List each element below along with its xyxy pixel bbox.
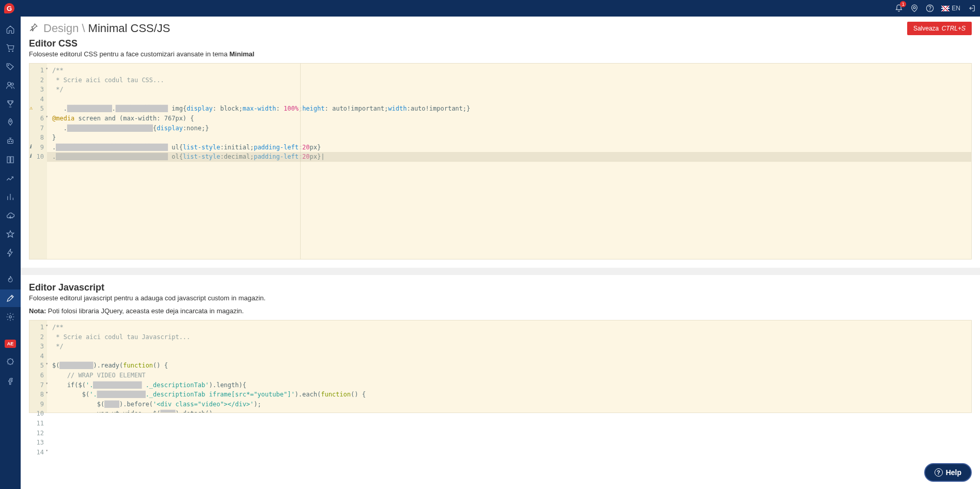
flag-uk-icon	[941, 6, 950, 11]
css-section: Editor CSS Foloseste editorul CSS pentru…	[21, 38, 980, 268]
logout-icon[interactable]	[968, 4, 976, 12]
svg-point-5	[8, 65, 9, 66]
nav-book[interactable]	[0, 151, 21, 169]
css-code[interactable]: /** * Scrie aici codul tau CSS... */ .██…	[47, 64, 971, 259]
save-button[interactable]: Salveaza CTRL+S	[907, 22, 972, 35]
help-label: Help	[946, 468, 961, 477]
nav-bolt[interactable]	[0, 244, 21, 262]
nav-design[interactable]	[0, 289, 21, 307]
lang-label: EN	[952, 5, 960, 12]
page-header: Design \ Minimal CSS/JS Salveaza CTRL+S	[21, 17, 980, 38]
js-gutter: 1234 5678 91011121314	[29, 320, 47, 412]
nav-tag[interactable]	[0, 58, 21, 75]
nav-stats[interactable]	[0, 188, 21, 206]
svg-point-10	[9, 141, 10, 142]
location-icon[interactable]	[910, 4, 919, 12]
js-editor[interactable]: 1234 5678 91011121314 /** * Scrie aici c…	[29, 320, 972, 413]
svg-point-0	[913, 7, 915, 9]
nav-star[interactable]	[0, 225, 21, 243]
svg-point-11	[11, 141, 12, 142]
language-selector[interactable]: EN	[941, 5, 960, 12]
nav-cloud[interactable]	[0, 207, 21, 224]
nav-cart[interactable]	[0, 39, 21, 57]
css-desc: Foloseste editorul CSS pentru a face cus…	[29, 50, 972, 58]
js-section: Editor Javascript Foloseste editorul jav…	[21, 275, 980, 421]
svg-point-7	[11, 83, 14, 86]
css-editor[interactable]: 1234 5678 910 /** * Scrie aici codul tau…	[29, 63, 972, 259]
nav-users[interactable]	[0, 77, 21, 94]
svg-point-8	[10, 120, 11, 122]
breadcrumb: Design \ Minimal CSS/JS	[29, 22, 170, 35]
topbar-right: 1 EN	[895, 4, 976, 12]
topbar: 1 EN	[0, 0, 980, 17]
notification-badge: 1	[900, 1, 906, 7]
breadcrumb-current: Minimal CSS/JS	[88, 22, 170, 35]
nav-trend[interactable]	[0, 170, 21, 187]
nav-rocket[interactable]	[0, 114, 21, 131]
css-title: Editor CSS	[29, 38, 972, 49]
svg-rect-9	[8, 140, 13, 144]
nav-robot[interactable]	[0, 132, 21, 150]
pin-icon[interactable]	[29, 22, 38, 35]
nav-settings[interactable]	[0, 308, 21, 326]
breadcrumb-parent[interactable]: Design	[43, 22, 79, 35]
nav-ae-badge[interactable]: AE	[5, 340, 16, 348]
svg-point-6	[8, 82, 11, 85]
svg-point-3	[9, 51, 10, 52]
logo-icon[interactable]	[4, 3, 14, 13]
question-icon: ?	[935, 468, 943, 477]
nav-puzzle[interactable]	[0, 354, 21, 371]
js-code[interactable]: /** * Scrie aici codul tau Javascript...…	[47, 320, 971, 412]
js-desc: Foloseste editorul javascript pentru a a…	[29, 294, 972, 302]
notifications-icon[interactable]: 1	[895, 4, 903, 12]
nav-flame[interactable]	[0, 271, 21, 288]
save-shortcut: CTRL+S	[942, 25, 966, 32]
breadcrumb-sep: \	[82, 22, 85, 35]
save-label: Salveaza	[913, 25, 939, 32]
nav-home[interactable]	[0, 21, 21, 38]
nav-trophy[interactable]	[0, 95, 21, 113]
svg-point-2	[930, 10, 930, 10]
help-button[interactable]: ? Help	[924, 463, 972, 482]
help-icon[interactable]	[926, 4, 934, 12]
nav-facebook[interactable]	[0, 372, 21, 390]
css-gutter: 1234 5678 910	[29, 64, 47, 259]
js-note: Nota: Poti folosi libraria JQuery, aceas…	[29, 307, 972, 315]
js-title: Editor Javascript	[29, 282, 972, 293]
sidebar: AE	[0, 17, 21, 489]
main-content: Design \ Minimal CSS/JS Salveaza CTRL+S …	[21, 17, 980, 489]
svg-point-4	[12, 51, 13, 52]
svg-point-12	[9, 316, 12, 318]
